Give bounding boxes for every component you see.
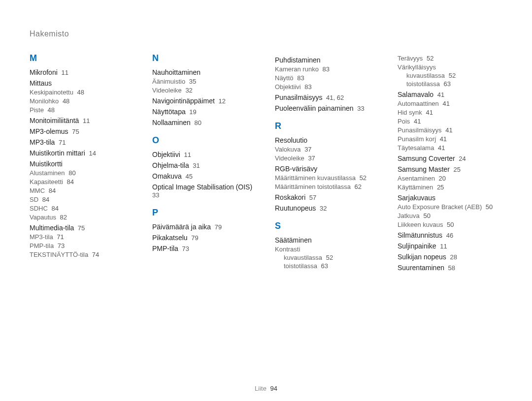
index-subentry[interactable]: Videoleike 32 [152,87,257,94]
index-entry[interactable]: Multimedia-tila 75 [30,224,134,232]
index-entry[interactable]: Puhdistaminen [275,56,380,64]
index-entry[interactable]: Mittaus [30,79,134,87]
index-entry[interactable]: Optical Image Stabilisation (OIS) 33 [152,183,257,199]
index-subentry[interactable]: MP3-tila 71 [30,233,134,241]
index-subentry[interactable]: SDHC 84 [30,205,134,212]
index-subentry[interactable]: Käyttäminen 25 [398,184,502,191]
page-header: Hakemisto [30,30,502,38]
index-subentry[interactable]: Määrittäminen toistotilassa 62 [275,183,380,190]
index-subentry[interactable]: SD 84 [30,196,134,203]
footer-page: 94 [270,385,277,392]
index-subentry[interactable]: Auto Exposure Bracket (AEB) 50 [398,203,502,211]
footer-label: Liite [255,385,266,392]
index-subentry[interactable]: Määrittäminen kuvaustilassa 52 [275,174,380,182]
index-subentry[interactable]: Kontrasti [275,246,380,253]
index-letter: O [152,135,257,146]
index-subentry[interactable]: Asentaminen 20 [398,175,502,182]
index-entry[interactable]: Muistikortti [30,160,134,168]
index-entry[interactable]: Säätäminen [275,236,380,244]
index-entry[interactable]: Objektiivi 11 [152,151,257,158]
index-subentry[interactable]: Valokuva 37 [275,146,380,153]
index-entry[interactable]: Päivämäärä ja aika 79 [152,223,257,231]
index-column: Terävyys 52Värikylläisyyskuvaustilassa 5… [398,53,502,273]
index-letter: P [152,208,257,218]
index-subentry[interactable]: Piste 48 [30,106,134,114]
index-entry[interactable]: Puoleenväliin painaminen 33 [275,104,380,112]
index-letter: R [275,121,380,131]
index-subentry[interactable]: Näyttö 83 [275,74,380,82]
index-entry[interactable]: Silmätunnistus 46 [398,231,502,239]
page-footer: Liite 94 [0,385,532,392]
index-subentry[interactable]: Keskipainotettu 48 [30,89,134,96]
index-entry[interactable]: Monitoimiliitäntä 11 [30,117,134,124]
index-entry[interactable]: Roskakori 57 [275,193,380,201]
index-letter: M [30,53,134,63]
index-subentry[interactable]: Terävyys 52 [398,55,502,62]
index-subentry[interactable]: Pois 41 [398,118,502,125]
index-subentry[interactable]: Kapasiteetti 84 [30,178,134,185]
index-entry[interactable]: Nauhoittaminen [152,68,257,76]
index-entry[interactable]: Ruutunopeus 32 [275,204,380,212]
index-subentry[interactable]: Monilohko 48 [30,97,134,105]
index-entry[interactable]: Muistikortin mittari 14 [30,149,134,157]
index-entry[interactable]: Salamavalo 41 [398,91,502,98]
index-subentry[interactable]: Automaattinen 41 [398,100,502,107]
index-entry[interactable]: Mikrofoni 11 [30,68,134,76]
index-columns: MMikrofoni 11MittausKeskipainotettu 48Mo… [30,53,502,273]
index-entry[interactable]: RGB-värisävy [275,165,380,173]
index-entry[interactable]: MP3-tila 71 [30,138,134,146]
index-entry[interactable]: Resoluutio [275,136,380,144]
index-subentry[interactable]: TEKSTINÄYTTÖ-tila 74 [30,251,134,258]
index-letter: S [275,221,380,231]
index-entry[interactable]: Sarjakuvaus [398,194,502,202]
index-subentry[interactable]: Hid synk 41 [398,109,502,116]
index-subentry[interactable]: Värikylläisyys [398,63,502,71]
index-subsubentry[interactable]: kuvaustilassa 52 [284,254,380,261]
index-subentry[interactable]: Videoleike 37 [275,154,380,162]
index-entry[interactable]: Suljinpainike 11 [398,242,502,250]
index-subsubentry[interactable]: toistotilassa 63 [284,262,380,270]
index-entry[interactable]: Omakuva 45 [152,172,257,180]
index-entry[interactable]: Suurentaminen 58 [398,264,502,272]
index-subentry[interactable]: Äänimuistio 35 [152,78,257,85]
index-subentry[interactable]: PMP-tila 73 [30,242,134,249]
index-subentry[interactable]: Vapautus 82 [30,214,134,221]
index-entry[interactable]: Punasilmäisyys 41, 62 [275,93,380,101]
index-subsubentry[interactable]: toistotilassa 63 [406,80,502,88]
index-entry[interactable]: Sulkijan nopeus 28 [398,253,502,261]
index-subentry[interactable]: Punasilmäisyys 41 [398,126,502,134]
index-subsubentry[interactable]: kuvaustilassa 52 [406,72,502,79]
index-entry[interactable]: Samsung Master 25 [398,165,502,173]
index-entry[interactable]: Nollaaminen 80 [152,119,257,126]
index-column: PuhdistaminenKameran runko 83Näyttö 83Ob… [275,53,380,273]
index-subentry[interactable]: Jatkuva 50 [398,212,502,219]
index-entry[interactable]: Pikakatselu 79 [152,234,257,242]
index-subentry[interactable]: Objektiivi 83 [275,83,380,91]
index-entry[interactable]: Navigointinäppäimet 12 [152,97,257,105]
index-column: MMikrofoni 11MittausKeskipainotettu 48Mo… [30,53,134,273]
index-subentry[interactable]: Kameran runko 83 [275,65,380,73]
index-entry[interactable]: MP3-olemus 75 [30,127,134,135]
index-subentry[interactable]: Liikkeen kuvaus 50 [398,221,502,228]
index-letter: N [152,53,257,63]
index-subentry[interactable]: Täytesalama 41 [398,144,502,152]
index-column: NNauhoittaminenÄänimuistio 35Videoleike … [152,53,257,273]
index-subentry[interactable]: Punasilm korj 41 [398,135,502,143]
index-subentry[interactable]: Alustaminen 80 [30,169,134,177]
index-entry[interactable]: Samsung Coverter 24 [398,154,502,162]
index-entry[interactable]: Ohjelma-tila 31 [152,161,257,169]
index-entry[interactable]: PMP-tila 73 [152,245,257,252]
index-entry[interactable]: Näyttötapa 19 [152,108,257,116]
index-subentry[interactable]: MMC 84 [30,187,134,194]
